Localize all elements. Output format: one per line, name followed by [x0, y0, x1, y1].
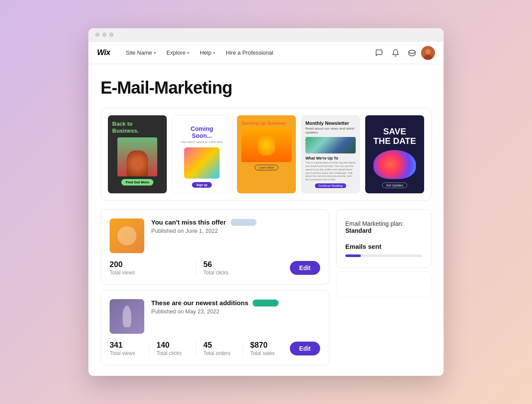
template-1-image: [117, 137, 158, 176]
campaign-1-title: You can't miss this offer: [151, 218, 320, 226]
bell-icon-button[interactable]: [388, 46, 403, 60]
browser-dot-3: [109, 33, 114, 37]
template-3-fruit-shape: [258, 134, 275, 156]
campaign-2-views-number: 341: [110, 341, 142, 350]
template-4-subtitle: Read about our news and latest updates.: [305, 127, 356, 134]
browser-dot-2: [102, 33, 107, 37]
campaign-2-date: Published on May 23, 2022: [151, 308, 320, 315]
campaigns-column: You can't miss this offer Published on J…: [101, 209, 329, 365]
chevron-down-icon: ▾: [213, 51, 215, 55]
template-4-button: Continue Reading: [315, 183, 346, 188]
campaign-1-edit-button[interactable]: Edit: [290, 261, 320, 275]
template-card-4[interactable]: Monthly Newsletter Read about our news a…: [301, 115, 360, 193]
campaign-2-thumb-shape: [123, 306, 131, 327]
nav-item-hire[interactable]: Hire a Professional: [221, 42, 279, 64]
template-4-title: Monthly Newsletter: [305, 121, 356, 126]
emails-sent-progress-fill: [345, 254, 361, 257]
sidebar-card: Email Marketing plan: Standard Emails se…: [336, 209, 431, 297]
template-1-title: Back toBusiness.: [112, 121, 162, 134]
campaign-2-top: These are our newest additions Published…: [110, 299, 320, 334]
campaign-1-stats: 200 Total views 56 Total clicks: [110, 260, 290, 276]
template-card-2[interactable]: ComingSoon... You won't want to miss thi…: [172, 115, 232, 193]
campaign-1-clicks-number: 56: [203, 260, 282, 269]
chevron-down-icon: ▾: [154, 51, 156, 55]
campaign-1-views-number: 200: [110, 260, 189, 269]
sidebar-secondary-card: [336, 271, 431, 297]
browser-dot-1: [95, 33, 100, 37]
campaign-2-status-badge: [253, 300, 279, 306]
campaign-card-1: You can't miss this offer Published on J…: [101, 209, 329, 285]
campaign-1-status-badge: [230, 219, 256, 226]
megaphone-icon: [408, 49, 416, 57]
svg-point-1: [425, 49, 431, 54]
campaign-2-stat-clicks: 140 Total clicks: [149, 341, 196, 356]
template-card-3[interactable]: Serving up Summer Learn More: [237, 115, 296, 193]
template-1-button: Find Out More: [121, 179, 153, 186]
nav-hire-label: Hire a Professional: [226, 49, 273, 56]
campaign-2-edit-button[interactable]: Edit: [290, 342, 320, 355]
campaign-2-stat-views: 341 Total views: [110, 341, 149, 356]
campaign-2-clicks-number: 140: [156, 341, 189, 350]
template-3-button: Learn More: [255, 165, 278, 170]
template-2-button: Sign up: [192, 182, 212, 188]
plan-name: Standard: [345, 227, 372, 234]
campaign-2-stat-sales: $870 Total sales: [243, 341, 289, 356]
campaign-2-thumbnail: [110, 299, 144, 334]
campaign-2-orders-number: 45: [203, 341, 236, 350]
megaphone-icon-button[interactable]: [405, 46, 419, 60]
template-5-title: SAVETHE DATE: [373, 127, 416, 146]
nav-bar: Wix Site Name ▾ Explore ▾ Help ▾ Hire a …: [88, 42, 444, 64]
nav-item-explore[interactable]: Explore ▾: [161, 42, 195, 64]
page-title: E-Mail-Marketing: [101, 78, 431, 98]
chat-icon: [375, 49, 383, 57]
campaign-1-views-label: Total views: [110, 270, 189, 276]
plan-prefix: Email Marketing plan:: [345, 220, 404, 227]
template-5-image: [373, 150, 416, 179]
main-content: E-Mail-Marketing Back toBusiness. Find O…: [88, 64, 444, 376]
campaign-2-stat-orders: 45 Total orders: [196, 341, 243, 356]
campaign-2-views-label: Total views: [110, 350, 142, 356]
browser-window: Wix Site Name ▾ Explore ▾ Help ▾ Hire a …: [88, 28, 444, 376]
chat-icon-button[interactable]: [372, 46, 386, 60]
campaign-1-stats-row: 200 Total views 56 Total clicks Edit: [110, 260, 320, 276]
campaign-1-stat-clicks: 56 Total clicks: [196, 260, 289, 276]
template-2-image: [184, 147, 219, 179]
bell-icon: [392, 49, 399, 57]
campaign-2-info: These are our newest additions Published…: [151, 299, 320, 315]
campaign-1-stat-views: 200 Total views: [110, 260, 196, 276]
template-card-5[interactable]: SAVETHE DATE Get Updates: [365, 115, 424, 193]
campaign-1-top: You can't miss this offer Published on J…: [110, 218, 320, 253]
avatar-image: [421, 46, 435, 60]
template-4-image: [305, 137, 356, 153]
campaign-1-info: You can't miss this offer Published on J…: [151, 218, 320, 234]
campaign-card-2: These are our newest additions Published…: [101, 290, 329, 365]
wix-logo: Wix: [97, 48, 110, 57]
template-3-image: [241, 127, 292, 162]
campaign-1-date: Published on June 1, 2022: [151, 228, 320, 234]
emails-sent-progress-bar: [345, 254, 422, 257]
chevron-down-icon: ▾: [187, 51, 189, 55]
campaign-1-clicks-label: Total clicks: [203, 270, 282, 276]
template-1-drink-shape: [127, 150, 148, 176]
bottom-section: You can't miss this offer Published on J…: [101, 209, 431, 365]
campaign-2-orders-label: Total orders: [203, 350, 236, 356]
template-2-subtitle: You won't want to miss this!: [181, 140, 223, 144]
campaign-2-stats: 341 Total views 140 Total clicks 45 Tota…: [110, 341, 290, 356]
template-card-1[interactable]: Back toBusiness. Find Out More: [108, 115, 167, 193]
sidebar-plan-card: Email Marketing plan: Standard Emails se…: [336, 209, 431, 268]
template-2-title: ComingSoon...: [191, 125, 213, 139]
nav-explore-label: Explore: [166, 49, 185, 56]
avatar[interactable]: [421, 46, 435, 60]
emails-sent-label: Emails sent: [345, 243, 422, 250]
nav-item-help[interactable]: Help ▾: [195, 42, 221, 64]
campaign-2-sales-label: Total sales: [250, 350, 282, 356]
template-4-body: This is a great place to write long text…: [305, 161, 356, 182]
campaign-2-stats-row: 341 Total views 140 Total clicks 45 Tota…: [110, 341, 320, 356]
browser-bar: [88, 28, 444, 42]
campaign-1-thumb-shape: [117, 226, 136, 245]
nav-item-sitename[interactable]: Site Name ▾: [120, 42, 161, 64]
nav-help-label: Help: [200, 49, 211, 56]
nav-sitename-label: Site Name: [126, 49, 152, 56]
campaign-1-thumbnail: [110, 218, 144, 253]
campaign-2-title: These are our newest additions: [151, 299, 320, 306]
